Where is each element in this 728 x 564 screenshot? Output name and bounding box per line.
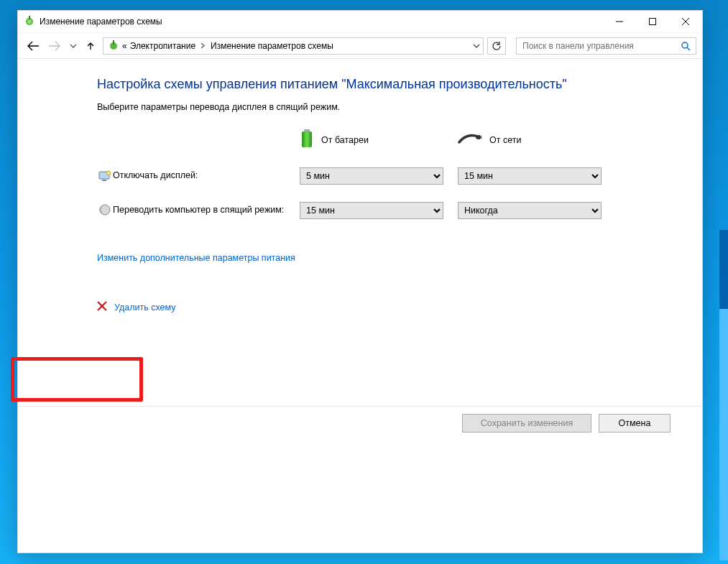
svg-point-13	[476, 135, 482, 139]
close-button[interactable]	[669, 11, 702, 32]
address-dropdown-button[interactable]	[469, 42, 483, 50]
page-subheading: Выберите параметры перевода дисплея в сп…	[97, 102, 671, 112]
sleep-battery-select[interactable]: 15 мин	[300, 202, 443, 219]
delete-plan-link[interactable]: Удалить схему	[114, 302, 176, 313]
address-icon	[108, 39, 119, 52]
chevron-right-icon[interactable]	[201, 41, 206, 51]
svg-line-10	[687, 47, 690, 50]
recent-locations-button[interactable]	[70, 42, 77, 50]
maximize-button[interactable]	[636, 11, 669, 32]
svg-point-2	[27, 19, 32, 24]
minimize-button[interactable]	[603, 11, 636, 32]
window-title: Изменение параметров схемы	[40, 17, 162, 27]
breadcrumb-prefix: «	[122, 41, 127, 51]
moon-icon	[97, 202, 113, 216]
svg-point-18	[106, 171, 111, 175]
search-box[interactable]	[516, 37, 696, 55]
back-button[interactable]	[27, 41, 40, 51]
svg-rect-15	[480, 138, 482, 139]
col-battery-label: От батареи	[321, 135, 369, 145]
cancel-button[interactable]: Отмена	[599, 414, 671, 433]
plug-icon	[458, 132, 482, 147]
svg-rect-8	[113, 40, 114, 45]
row-display-off-label: Отключать дисплей:	[113, 167, 300, 180]
svg-rect-14	[480, 136, 482, 137]
up-button[interactable]	[86, 41, 96, 51]
display-off-battery-select[interactable]: 5 мин	[300, 167, 443, 185]
forward-button[interactable]	[48, 41, 61, 51]
control-panel-window: Изменение параметров схемы	[17, 10, 703, 553]
delete-icon	[97, 301, 107, 314]
titlebar: Изменение параметров схемы	[18, 11, 702, 32]
advanced-settings-link[interactable]: Изменить дополнительные параметры питани…	[97, 253, 295, 263]
app-icon	[24, 14, 35, 29]
refresh-button[interactable]	[487, 37, 506, 55]
search-input[interactable]	[517, 41, 676, 51]
svg-rect-17	[102, 180, 106, 181]
annotation-highlight	[11, 357, 143, 402]
sleep-plugged-select[interactable]: Никогда	[458, 202, 602, 219]
search-icon[interactable]	[676, 41, 696, 51]
battery-icon	[300, 129, 314, 150]
col-plugged-label: От сети	[489, 135, 521, 145]
svg-rect-12	[302, 131, 312, 147]
svg-point-9	[682, 42, 688, 48]
breadcrumb-item-power[interactable]: Электропитание	[130, 41, 195, 51]
navbar: « Электропитание Изменение параметров сх…	[18, 32, 702, 58]
save-button[interactable]: Сохранить изменения	[462, 414, 591, 433]
address-bar[interactable]: « Электропитание Изменение параметров сх…	[103, 37, 484, 55]
monitor-icon	[97, 167, 113, 182]
breadcrumb-item-edit-plan[interactable]: Изменение параметров схемы	[211, 41, 333, 51]
page-heading: Настройка схемы управления питанием "Мак…	[97, 77, 671, 92]
row-sleep-label: Переводить компьютер в спящий режим:	[113, 202, 300, 215]
svg-rect-4	[650, 19, 656, 25]
svg-rect-11	[304, 129, 310, 131]
display-off-plugged-select[interactable]: 15 мин	[458, 167, 602, 185]
